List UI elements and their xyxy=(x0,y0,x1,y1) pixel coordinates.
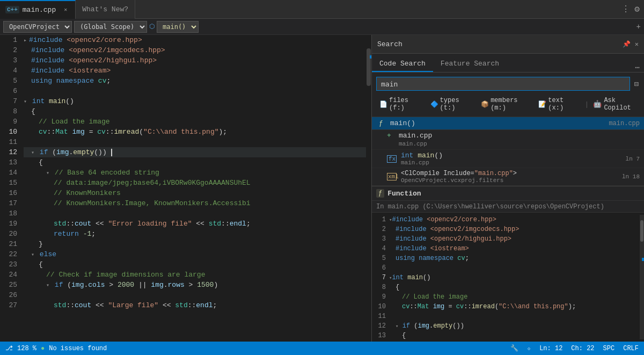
code-line-8: { xyxy=(24,106,366,117)
search-input[interactable] xyxy=(376,77,630,91)
function-location: In main.cpp (C:\Users\hwelliver\source\r… xyxy=(376,203,604,211)
result-name-main: main() xyxy=(390,119,604,127)
col-info: Ch: 22 xyxy=(571,345,594,352)
search-panel: Search 📌 ✕ Code Search Feature Search ⋯ xyxy=(372,35,644,342)
code-line-15: // data:image/jpeg;base64,iVBORw0KGgoAAA… xyxy=(24,178,362,188)
code-line-12: ▾ if (img.empty()) xyxy=(24,147,366,157)
code-line-3: #include <opencv2/highgui.hpp> xyxy=(24,55,366,66)
tab-label-main-cpp: main.cpp xyxy=(23,6,56,14)
result-item-intmain[interactable]: fx int main() main.cpp ln 7 xyxy=(372,150,644,168)
cpp-icon: C++ xyxy=(5,6,19,13)
code-line-21: } xyxy=(24,239,366,249)
scope-selector[interactable]: (Global Scope) xyxy=(74,21,147,33)
line-numbers: 1 2 3 4 5 6 7 8 9 10 11 12 13 14 15 16 1 xyxy=(0,35,21,342)
mini-line-2: #include <opencv2/imgcodecs.hpp> xyxy=(389,224,640,234)
result-item-define[interactable]: + main.cpp main.cpp xyxy=(372,130,644,150)
scope-icon: ⬡ xyxy=(149,23,155,31)
source-control-icon[interactable]: ⬦ xyxy=(527,345,531,352)
tab-main-cpp[interactable]: C++ main.cpp ✕ xyxy=(0,0,76,19)
close-search-icon[interactable]: ✕ xyxy=(635,40,639,48)
text-label: text (x:) xyxy=(548,97,577,112)
mini-line-4: #include <iostream> xyxy=(389,244,640,253)
types-icon: 🔷 xyxy=(430,100,438,108)
pin-icon[interactable]: 📌 xyxy=(623,40,631,48)
code-line-27: std::cout << "Large file" << std::endl; xyxy=(24,300,366,310)
mini-line-1: ▾#include <opencv2/core.hpp> xyxy=(389,215,640,224)
define-icon: + xyxy=(387,132,396,140)
main-area: 1 2 3 4 5 6 7 8 9 10 11 12 13 14 15 16 1 xyxy=(0,35,644,342)
code-line-11 xyxy=(24,137,366,147)
filter-files[interactable]: 📄 files (f:) xyxy=(376,95,425,113)
search-options-icon[interactable]: ⋯ xyxy=(635,63,640,72)
tab-bar: C++ main.cpp ✕ What's New? ⋮ ⚙ xyxy=(0,0,644,19)
git-icon[interactable]: ⎇ xyxy=(5,344,13,352)
filter-types[interactable]: 🔷 types (t:) xyxy=(427,95,476,113)
search-panel-title: Search xyxy=(377,40,402,48)
code-line-19: std::cout << "Error loading file" << std… xyxy=(24,219,366,229)
code-line-22: ▾ else xyxy=(24,249,366,259)
mini-scrollbar-thumb[interactable] xyxy=(640,220,643,242)
function-selector[interactable]: main() xyxy=(157,21,199,33)
code-line-25: ▾ if (img.cols > 2000 || img.rows > 1500… xyxy=(24,280,366,290)
add-icon[interactable]: + xyxy=(636,23,641,31)
result-item-main[interactable]: ƒ main() main.cpp xyxy=(372,117,644,130)
tools-icon[interactable]: 🔧 xyxy=(510,344,518,352)
mini-code-area: ▾#include <opencv2/core.hpp> #include <o… xyxy=(389,215,640,339)
ask-copilot-btn[interactable]: 🤖 Ask Copilot xyxy=(593,97,640,112)
tab-feature-search[interactable]: Feature Search xyxy=(433,56,507,72)
mini-line-6 xyxy=(389,263,640,273)
tab-whats-new[interactable]: What's New? xyxy=(76,0,135,19)
filter-text[interactable]: 📝 text (x:) xyxy=(535,95,580,113)
copilot-icon: 🤖 xyxy=(593,100,602,108)
files-icon: 📄 xyxy=(379,100,387,108)
mini-line-7: ▾int main() xyxy=(389,273,640,282)
split-editor-icon[interactable]: ⋮ xyxy=(621,4,630,15)
search-input-row: ⊟ xyxy=(372,73,644,95)
function-header: ƒ Function xyxy=(372,186,644,201)
result-item-xml[interactable]: xml <ClCompile Include="main.cpp"> OpenC… xyxy=(372,168,644,186)
function-type-label: Function xyxy=(387,190,421,198)
tab-label-whats-new: What's New? xyxy=(82,5,128,13)
define-file: main.cpp xyxy=(399,141,427,147)
mini-line-5: using namespace cv; xyxy=(389,253,640,263)
toolbar: OpenCVProject (Global Scope) ⬡ main() + xyxy=(0,19,644,35)
mini-code-view: 1 2 3 4 5 6 7 8 9 10 11 12 13 14 xyxy=(372,213,644,342)
code-line-24: // Check if image dimensions are large xyxy=(24,270,366,280)
encoding-info: SPC xyxy=(603,345,615,352)
code-line-4: #include <iostream> xyxy=(24,66,366,76)
code-line-20: return -1; xyxy=(24,229,366,239)
xml-line: ln 18 xyxy=(622,173,640,180)
result-file-main: main.cpp xyxy=(609,120,640,127)
filter-members[interactable]: 📦 members (m:) xyxy=(478,95,533,113)
editor-controls: ⋮ ⚙ xyxy=(617,4,644,15)
search-layout-icon[interactable]: ⊟ xyxy=(633,78,640,90)
editor-scrollbar-thumb[interactable] xyxy=(367,48,371,86)
mini-active-indicator xyxy=(642,258,644,261)
text-icon: 📝 xyxy=(538,100,546,108)
editor-panel: 1 2 3 4 5 6 7 8 9 10 11 12 13 14 15 16 1 xyxy=(0,35,372,342)
define-name: main.cpp xyxy=(399,132,432,140)
app-container: C++ main.cpp ✕ What's New? ⋮ ⚙ OpenCVPro… xyxy=(0,0,644,355)
code-line-13: { xyxy=(24,157,366,168)
issues-icon: ● xyxy=(41,345,45,352)
editor-scrollbar[interactable] xyxy=(366,35,371,342)
project-selector[interactable]: OpenCVProject xyxy=(3,21,72,33)
search-panel-actions: ⋯ xyxy=(631,63,644,72)
issues-text[interactable]: No issues found xyxy=(49,345,107,352)
code-line-7: ▾ int main() xyxy=(24,96,366,106)
files-label: files (f:) xyxy=(389,97,422,112)
code-line-16: // KnownMonikers xyxy=(24,188,366,198)
close-icon[interactable]: ✕ xyxy=(61,5,70,14)
mini-scrollbar[interactable] xyxy=(640,215,644,339)
status-left: ⎇ 128 % ● No issues found xyxy=(5,344,107,352)
copilot-label: Ask Copilot xyxy=(604,97,640,112)
members-label: members (m:) xyxy=(491,97,530,112)
settings-icon[interactable]: ⚙ xyxy=(634,4,640,15)
code-line-26 xyxy=(24,290,366,300)
status-bar: ⎇ 128 % ● No issues found 🔧 ⬦ Ln: 12 Ch:… xyxy=(0,342,644,355)
editor-content: 1 2 3 4 5 6 7 8 9 10 11 12 13 14 15 16 1 xyxy=(0,35,371,342)
code-area[interactable]: ▸#include <opencv2/core.hpp> #include <o… xyxy=(21,35,366,342)
options-separator: | xyxy=(585,100,589,108)
eol-info: CRLF xyxy=(623,345,639,352)
tab-code-search[interactable]: Code Search xyxy=(372,56,433,72)
